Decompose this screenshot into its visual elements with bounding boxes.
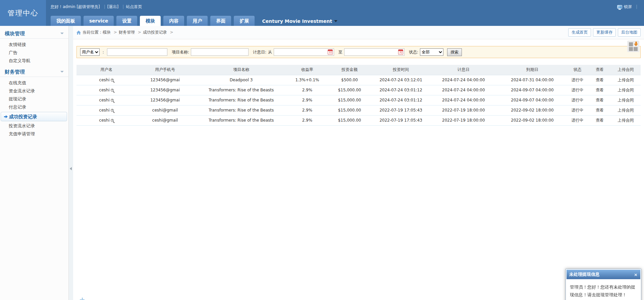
breadcrumb-separator: > — [138, 30, 141, 35]
project-name-input[interactable] — [191, 48, 249, 56]
zoom-user-icon[interactable] — [111, 109, 114, 112]
sidebar-collapse-icon[interactable] — [70, 167, 72, 170]
cell-interest-date: 2024-07-24 04:00:00 — [429, 75, 499, 85]
upload-contract-link[interactable]: 上传合同 — [611, 115, 641, 125]
cell-amount: $500.00 — [326, 75, 373, 85]
upload-contract-link[interactable]: 上传合同 — [611, 95, 641, 105]
table-row: ceshi 123456@gmai Transformers: Rise of … — [76, 95, 641, 105]
zoom-user-icon[interactable] — [111, 119, 114, 122]
upload-contract-link[interactable]: 上传合同 — [611, 85, 641, 95]
active-arrow-icon — [4, 115, 8, 118]
cell-username[interactable]: ceshi — [76, 85, 136, 95]
cell-interest-date: 2022-07-19 18:00:00 — [429, 115, 499, 125]
search-button[interactable]: 搜索 — [447, 48, 462, 56]
nav-tab[interactable]: 用户 — [187, 16, 208, 26]
upload-contract-link[interactable]: 上传合同 — [611, 75, 641, 85]
cell-username[interactable]: ceshi — [76, 75, 136, 85]
calendar-icon[interactable] — [398, 49, 403, 55]
main-nav: 我的面板service设置模块内容用户界面扩展 Century Movie In… — [46, 10, 644, 26]
sidebar-section-module[interactable]: 模块管理 — [0, 29, 68, 39]
panel-export-icon[interactable] — [627, 41, 639, 52]
project-name-label: 项目名称: — [172, 49, 189, 55]
cell-username[interactable]: ceshi — [76, 115, 136, 125]
nav-tab[interactable]: service — [84, 16, 114, 26]
table-header-row: 用户名用户手机号项目名称收益率投资金额投资时间计息日到期日状态查看上传合同 — [76, 65, 641, 75]
cell-username[interactable]: ceshi — [76, 105, 136, 115]
sidebar-item[interactable]: 在线充值 — [0, 79, 68, 87]
home-icon[interactable] — [76, 31, 81, 35]
nav-tab[interactable]: 我的面板 — [51, 16, 81, 26]
table-row: ceshi 123456@gmai Transformers: Rise of … — [76, 85, 641, 95]
nav-tab[interactable]: 界面 — [210, 16, 231, 26]
cell-project-name: Deadpool 3 — [194, 75, 289, 85]
to-label: 至 — [338, 49, 342, 55]
status-label: 状态: — [409, 49, 418, 55]
table-row: ceshi ceshi@gmail Transformers: Rise of … — [76, 115, 641, 125]
breadcrumb-separator: > — [170, 30, 173, 35]
sidebar-section-finance[interactable]: 财务管理 — [0, 67, 68, 77]
cell-interest-date: 2024-07-24 04:00:00 — [429, 85, 499, 95]
cell-project-name: Transformers: Rise of the Beasts — [194, 95, 289, 105]
keyword-input[interactable] — [107, 48, 167, 56]
breadcrumb-link[interactable]: 财务管理 — [119, 30, 135, 35]
interest-date-from-input[interactable] — [274, 48, 334, 56]
cell-rate: 2.9% — [288, 95, 326, 105]
cell-username[interactable]: ceshi — [76, 95, 136, 105]
column-header: 项目名称 — [194, 65, 289, 75]
sidebar-item[interactable]: 资金流水记录 — [0, 87, 68, 95]
toolbar-button[interactable]: 更新缓存 — [593, 28, 616, 37]
close-icon[interactable]: × — [634, 272, 638, 277]
calendar-icon[interactable] — [328, 49, 333, 55]
status-select[interactable]: 全部 — [420, 48, 443, 56]
column-header: 用户手机号 — [136, 65, 194, 75]
zoom-user-icon[interactable] — [111, 89, 114, 92]
cell-project-name: Transformers: Rise of the Beasts — [194, 85, 289, 95]
site-home-link[interactable]: 站点首页 — [126, 4, 142, 10]
view-link[interactable]: 查看 — [589, 95, 611, 105]
breadcrumb-link[interactable]: 成功投资记录 — [143, 30, 167, 35]
from-label: 从 — [268, 49, 272, 55]
logout-link[interactable]: [退出] — [107, 4, 118, 10]
site-selector[interactable]: Century Movie Investment — [262, 18, 337, 24]
sidebar-item[interactable]: 广告 — [0, 49, 68, 57]
cell-amount: $15,000.00 — [326, 105, 373, 115]
back-to-top-icon[interactable] — [80, 298, 85, 300]
collapse-arrow-icon — [60, 33, 64, 34]
orange-arrow-icon — [634, 42, 638, 46]
pending-withdrawal-popup: 未处理提现信息 × 管理员！您好！您还有未处理的提现信息！请去提现管理处理！ — [566, 269, 641, 300]
column-header: 收益率 — [288, 65, 326, 75]
view-link[interactable]: 查看 — [589, 85, 611, 95]
column-header: 用户名 — [76, 65, 136, 75]
zoom-user-icon[interactable] — [111, 79, 114, 82]
column-header: 上传合同 — [611, 65, 641, 75]
nav-tab[interactable]: 设置 — [116, 16, 137, 26]
nav-tab[interactable]: 内容 — [163, 16, 184, 26]
column-header: 计息日 — [429, 65, 499, 75]
breadcrumb-segment: 成功投资记录 > — [143, 30, 175, 35]
view-link[interactable]: 查看 — [589, 115, 611, 125]
sidebar-item[interactable]: 投资流水记录 — [0, 122, 68, 130]
breadcrumb-bar: 当前位置： 模块 > 财务管理 > 成功投资记录 > 生成首页更新缓存后台地图 — [73, 26, 644, 39]
sidebar-item[interactable]: 充值申请管理 — [0, 130, 68, 138]
cell-phone: 123456@gmai — [136, 75, 194, 85]
zoom-user-icon[interactable] — [111, 99, 114, 102]
view-link[interactable]: 查看 — [589, 75, 611, 85]
lock-screen-link[interactable]: 锁屏 — [624, 4, 632, 10]
view-link[interactable]: 查看 — [589, 105, 611, 115]
cell-interest-date: 2024-07-24 04:00:00 — [429, 95, 499, 105]
toolbar-button[interactable]: 后台地图 — [618, 28, 641, 37]
sidebar-item[interactable]: 付息记录 — [0, 103, 68, 111]
sidebar-item[interactable]: 成功投资记录 — [1, 112, 67, 121]
breadcrumb-link[interactable]: 模块 — [103, 30, 111, 35]
nav-tab[interactable]: 模块 — [140, 16, 161, 26]
upload-contract-link[interactable]: 上传合同 — [611, 105, 641, 115]
cell-phone: 123456@gmai — [136, 95, 194, 105]
cell-amount: $15,000.00 — [326, 85, 373, 95]
search-field-select[interactable]: 用户名 — [80, 48, 100, 56]
nav-tab[interactable]: 扩展 — [234, 16, 255, 26]
sidebar-item[interactable]: 自定义导航 — [0, 57, 68, 65]
toolbar-button[interactable]: 生成首页 — [568, 28, 591, 37]
sidebar-item[interactable]: 提现记录 — [0, 95, 68, 103]
interest-date-to-input[interactable] — [344, 48, 405, 56]
sidebar-item[interactable]: 友情链接 — [0, 41, 68, 49]
